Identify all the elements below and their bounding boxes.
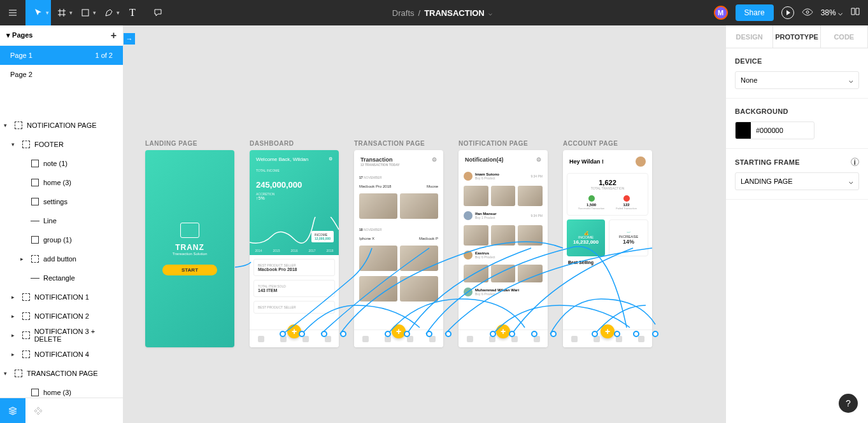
svg-rect-0 <box>82 10 89 16</box>
layer-item[interactable]: settings <box>0 192 123 211</box>
artboard-account[interactable]: Hey Wildan ! 1,622TOTAL TRANSACTION 1,50… <box>563 150 652 347</box>
chevron-down-icon[interactable]: ▾ <box>93 10 96 16</box>
chevron-down-icon: ⌵ <box>849 177 853 186</box>
share-button[interactable]: Share <box>736 4 774 21</box>
tab-design[interactable]: DESIGN <box>726 25 773 48</box>
chevron-down-icon: ⌵ <box>849 76 853 85</box>
starting-frame-label: STARTING FRAMEi <box>735 158 859 166</box>
comment-tool[interactable] <box>145 0 171 25</box>
artboard-dashboard[interactable]: Welcome Back, Wildan⚙ TOTAL INCOME 245,0… <box>250 150 339 347</box>
gear-icon: ⚙ <box>329 156 332 162</box>
device-select[interactable]: None⌵ <box>735 71 859 89</box>
layer-item[interactable]: Rectangle <box>0 268 123 288</box>
flow-start-icon[interactable]: → <box>124 33 135 45</box>
right-panel: DESIGN PROTOTYPE CODE DEVICE None⌵ BACKG… <box>725 25 868 423</box>
layer-item[interactable]: ▸add button <box>0 249 123 268</box>
artboard-label[interactable]: LANDING PAGE <box>145 140 234 147</box>
play-icon[interactable] <box>781 6 794 19</box>
start-button: START <box>162 265 217 275</box>
layer-frame[interactable]: ▾NOTIFICATION PAGE <box>0 116 123 135</box>
canvas[interactable]: → LANDING PAGE TRANZ Transaction Solutio… <box>124 25 725 423</box>
layer-item[interactable]: ▸NOTIFICATION 3 + DELETE <box>0 326 123 345</box>
help-button[interactable]: ? <box>839 394 858 413</box>
layer-item[interactable]: home (3) <box>0 383 123 398</box>
layer-item[interactable]: ▸NOTIFICATION 4 <box>0 345 123 364</box>
page-row[interactable]: Page 11 of 2 <box>0 46 123 65</box>
artboard-label[interactable]: TRANSACTION PAGE <box>354 140 443 147</box>
book-icon[interactable] <box>850 7 860 18</box>
left-panel: ▾ Pages + Page 11 of 2 Page 2 ▾NOTIFICAT… <box>0 25 124 398</box>
file-title[interactable]: Drafts / TRANSACTION ⌵ <box>171 8 714 18</box>
logo-icon <box>180 223 199 238</box>
menu-icon[interactable] <box>0 0 25 25</box>
components-tab-icon[interactable] <box>25 398 51 423</box>
background-color-input[interactable]: #000000 <box>735 121 815 139</box>
drafts-label: Drafts <box>392 8 415 18</box>
artboard-label[interactable]: DASHBOARD <box>250 140 339 147</box>
layers-panel: ▾NOTIFICATION PAGE ▾FOOTER note (1) home… <box>0 116 123 398</box>
eye-icon[interactable] <box>802 7 813 18</box>
layer-item[interactable]: group (1) <box>0 230 123 249</box>
layer-item[interactable]: Line <box>0 211 123 230</box>
text-tool[interactable]: T <box>120 0 145 25</box>
fab-icon: + <box>496 324 510 338</box>
layers-tab-icon[interactable] <box>0 398 25 423</box>
chevron-down-icon[interactable]: ⌵ <box>488 10 492 17</box>
top-toolbar: ▾ ▾ ▾ ▾ T Drafts / TRANSACTION ⌵ M Share… <box>0 0 868 25</box>
project-title: TRANSACTION <box>424 8 485 18</box>
layer-frame[interactable]: ▾FOOTER <box>0 135 123 154</box>
layer-item[interactable]: home (3) <box>0 173 123 192</box>
gear-icon: ⚙ <box>432 156 437 163</box>
artboard-label[interactable]: NOTIFICATION PAGE <box>459 140 548 147</box>
fab-icon: + <box>601 324 615 338</box>
tab-code[interactable]: CODE <box>821 25 868 48</box>
starting-frame-select[interactable]: LANDING PAGE⌵ <box>735 172 859 190</box>
color-swatch[interactable] <box>736 122 751 139</box>
artboard-landing[interactable]: TRANZ Transaction Solution START <box>145 150 234 347</box>
device-label: DEVICE <box>735 57 859 65</box>
pages-header[interactable]: ▾ Pages + <box>0 25 123 46</box>
layer-item[interactable]: note (1) <box>0 154 123 173</box>
bottom-left-tabs <box>0 398 124 423</box>
page-row[interactable]: Page 2 <box>0 65 123 84</box>
info-icon: i <box>851 158 859 166</box>
background-label: BACKGROUND <box>735 107 859 115</box>
tab-prototype[interactable]: PROTOTYPE <box>773 25 820 48</box>
avatar-icon <box>636 156 646 167</box>
artboard-notification[interactable]: Notification(4)⚙ Imam SutonoBuy 6 Produc… <box>459 150 548 347</box>
artboard-transaction[interactable]: Transaction⚙12 TRANSACTION TODAY 17 17 N… <box>354 150 443 347</box>
plus-icon[interactable]: + <box>111 30 117 41</box>
layer-item[interactable]: ▸NOTIFICATION 2 <box>0 307 123 326</box>
gear-icon: ⚙ <box>536 156 541 163</box>
zoom-level[interactable]: 38% ⌵ <box>821 8 843 17</box>
layer-frame[interactable]: ▾TRANSACTION PAGE <box>0 364 123 383</box>
fab-icon: + <box>392 324 406 338</box>
chevron-down-icon[interactable]: ▾ <box>69 10 73 16</box>
layer-item[interactable]: ▸NOTIFICATION 1 <box>0 288 123 307</box>
artboard-label[interactable]: ACCOUNT PAGE <box>563 140 652 147</box>
user-avatar[interactable]: M <box>714 6 728 20</box>
chevron-down-icon[interactable]: ▾ <box>117 10 120 16</box>
chevron-down-icon[interactable]: ▾ <box>46 10 49 16</box>
svg-point-1 <box>806 11 809 13</box>
